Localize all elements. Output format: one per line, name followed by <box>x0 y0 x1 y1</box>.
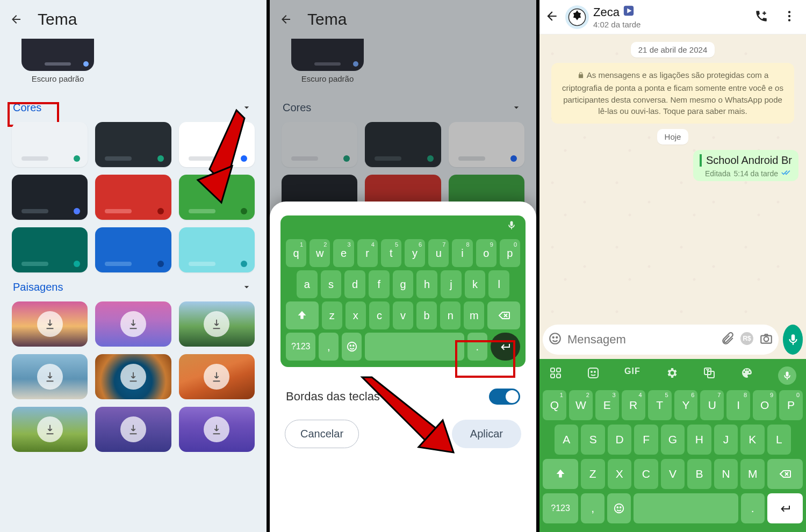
emoji-icon[interactable] <box>548 332 562 348</box>
key-borders-toggle[interactable] <box>489 389 520 405</box>
section-paisagens-header[interactable]: Paisagens <box>0 272 267 301</box>
letter-key[interactable]: F <box>634 425 658 455</box>
letter-key[interactable]: O9 <box>753 390 776 420</box>
color-swatch-cyan[interactable] <box>179 227 255 272</box>
message-time: 5:14 da tarde <box>733 169 778 178</box>
gif-label[interactable]: GIF <box>624 366 641 385</box>
svg-point-9 <box>788 11 790 13</box>
settings-icon[interactable] <box>665 366 678 385</box>
color-swatch-red[interactable] <box>95 175 171 220</box>
color-swatch-blue[interactable] <box>95 227 171 272</box>
landscape-thumb[interactable] <box>12 354 88 399</box>
period-key[interactable]: . <box>741 493 765 523</box>
svg-point-4 <box>353 345 354 346</box>
svg-point-12 <box>550 333 560 344</box>
symbols-key[interactable]: ?123 <box>543 493 578 523</box>
layout-icon[interactable] <box>549 366 562 385</box>
palette-icon[interactable] <box>740 366 753 385</box>
chevron-down-icon <box>240 280 254 294</box>
back-icon[interactable] <box>543 6 561 28</box>
enter-key[interactable] <box>767 493 803 523</box>
avatar[interactable] <box>565 5 589 29</box>
landscape-thumb[interactable] <box>95 301 171 347</box>
svg-rect-21 <box>551 374 555 378</box>
letter-key[interactable]: I8 <box>726 390 750 420</box>
letter-key[interactable]: V <box>661 459 685 489</box>
color-swatch-teal[interactable] <box>12 227 88 272</box>
letter-key[interactable]: W2 <box>569 390 593 420</box>
backspace-key[interactable] <box>767 459 803 489</box>
landscape-thumb[interactable] <box>179 354 255 399</box>
letter-key[interactable]: R4 <box>622 390 645 420</box>
letter-key[interactable]: P0 <box>779 390 803 420</box>
letter-key: y6 <box>405 239 425 267</box>
letter-key: g <box>393 270 414 298</box>
letter-key[interactable]: U7 <box>700 390 724 420</box>
letter-key[interactable]: D <box>608 425 631 455</box>
landscape-thumb[interactable] <box>95 407 171 452</box>
letter-key[interactable]: B <box>687 459 711 489</box>
letter-key[interactable]: A <box>555 425 578 455</box>
camera-icon[interactable] <box>759 332 773 348</box>
letter-key[interactable]: C <box>634 459 658 489</box>
message-input-box[interactable]: R$ <box>543 325 779 355</box>
letter-key[interactable]: Q1 <box>543 390 566 420</box>
letter-key: j <box>441 270 462 298</box>
color-swatch-blueblack[interactable] <box>12 175 88 220</box>
letter-key[interactable]: X <box>608 459 632 489</box>
svg-point-13 <box>553 337 554 338</box>
mic-icon[interactable] <box>778 366 796 385</box>
message-input[interactable] <box>567 333 715 347</box>
more-icon[interactable] <box>782 9 796 25</box>
svg-point-30 <box>620 507 621 508</box>
svg-point-11 <box>788 19 790 21</box>
message-bubble[interactable]: School Android Br Editada 5:14 da tarde <box>693 150 798 181</box>
space-key[interactable] <box>634 493 738 523</box>
letter-key: l <box>488 270 509 298</box>
letter-key[interactable]: N <box>714 459 738 489</box>
message-text: School Android Br <box>700 154 792 167</box>
letter-key[interactable]: S <box>581 425 604 455</box>
landscape-thumb[interactable] <box>95 354 171 399</box>
letter-key: i8 <box>452 239 472 267</box>
sticker-icon[interactable] <box>587 366 600 385</box>
letter-key[interactable]: H <box>687 425 711 455</box>
svg-point-29 <box>617 507 618 508</box>
mic-icon <box>506 220 517 233</box>
cancel-button[interactable]: Cancelar <box>285 420 359 448</box>
encryption-notice[interactable]: As mensagens e as ligações são protegida… <box>551 63 794 124</box>
letter-key[interactable]: Y6 <box>674 390 698 420</box>
letter-key[interactable]: M <box>740 459 765 489</box>
translate-icon[interactable] <box>703 366 716 385</box>
comma-key[interactable]: , <box>581 493 604 523</box>
chat-body: 21 de abril de 2024 As mensagens e as li… <box>539 34 806 320</box>
color-swatch-dark[interactable] <box>95 122 171 167</box>
theme-preview-dark[interactable]: Escuro padrão <box>21 39 94 83</box>
letter-key[interactable]: G <box>661 425 685 455</box>
back-icon <box>279 13 292 26</box>
mic-record-button[interactable] <box>783 325 803 355</box>
shift-key[interactable] <box>543 459 578 489</box>
call-add-icon[interactable] <box>754 9 768 25</box>
landscape-thumb[interactable] <box>179 407 255 452</box>
letter-key[interactable]: K <box>740 425 764 455</box>
letter-key: m <box>464 301 484 329</box>
letter-key[interactable]: L <box>767 425 791 455</box>
landscape-thumb[interactable] <box>179 301 255 347</box>
letter-key[interactable]: E3 <box>595 390 619 420</box>
contact-name[interactable]: Zeca <box>593 5 641 20</box>
attach-icon[interactable] <box>721 332 735 348</box>
back-icon[interactable] <box>10 13 23 26</box>
letter-key[interactable]: T5 <box>648 390 672 420</box>
input-row: R$ <box>539 320 806 359</box>
contact-name-text: Zeca <box>593 5 620 19</box>
landscape-thumb[interactable] <box>12 301 88 347</box>
landscape-thumb[interactable] <box>12 407 88 452</box>
letter-key[interactable]: Z <box>581 459 605 489</box>
emoji-key[interactable] <box>607 493 631 523</box>
color-swatch-light[interactable] <box>12 122 88 167</box>
payment-icon[interactable]: R$ <box>740 332 754 348</box>
apply-button[interactable]: Aplicar <box>452 420 521 448</box>
svg-rect-22 <box>557 374 560 378</box>
letter-key[interactable]: J <box>714 425 738 455</box>
